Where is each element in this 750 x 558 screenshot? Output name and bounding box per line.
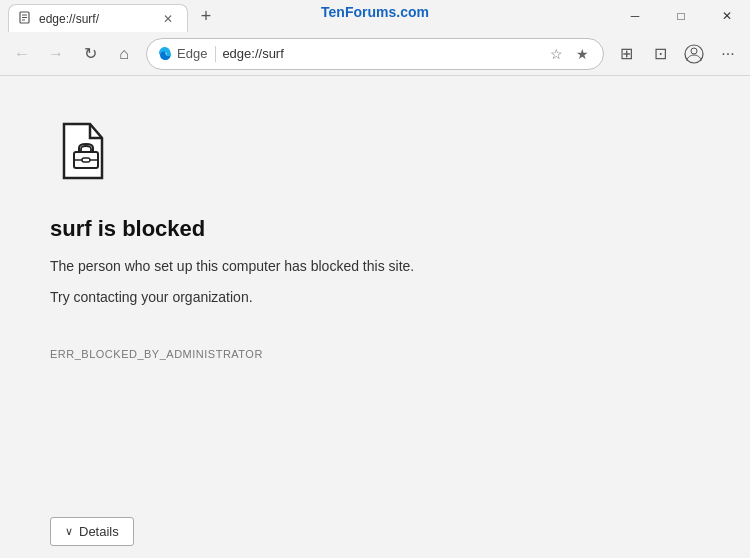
browser-content: surf is blocked The person who set up th… (0, 76, 750, 558)
toolbar: ← → ↻ ⌂ Edge ☆ ★ ⊞ ⊡ (0, 32, 750, 76)
edge-logo-icon (157, 46, 173, 62)
maximize-button[interactable]: □ (658, 0, 704, 32)
block-suggestion: Try contacting your organization. (50, 287, 700, 308)
forward-button[interactable]: → (40, 38, 72, 70)
window-controls: ─ □ ✕ (612, 0, 750, 32)
page-footer: ∨ Details (0, 505, 750, 558)
new-tab-button[interactable]: + (192, 2, 220, 30)
page-content: surf is blocked The person who set up th… (0, 76, 750, 505)
profile-icon (684, 44, 704, 64)
share-icon: ⊡ (654, 44, 667, 63)
address-bar[interactable]: Edge ☆ ★ (146, 38, 604, 70)
svg-rect-9 (82, 158, 90, 162)
tab-title: edge://surf/ (39, 12, 153, 26)
tab-close-button[interactable]: ✕ (159, 10, 177, 28)
block-title: surf is blocked (50, 216, 700, 242)
block-description: The person who set up this computer has … (50, 256, 700, 277)
address-icons: ☆ ★ (545, 43, 593, 65)
block-icon-area (50, 116, 700, 192)
active-tab[interactable]: edge://surf/ ✕ (8, 4, 188, 32)
workspaces-button[interactable]: ⊞ (610, 38, 642, 70)
tab-favicon-icon (19, 11, 33, 27)
titlebar: edge://surf/ ✕ + TenForums.com ─ □ ✕ (0, 0, 750, 32)
menu-button[interactable]: ··· (712, 38, 744, 70)
refresh-button[interactable]: ↻ (74, 38, 106, 70)
refresh-icon: ↻ (84, 44, 97, 63)
svg-point-5 (691, 48, 697, 54)
favorites-icon[interactable]: ☆ (545, 43, 567, 65)
reading-list-icon[interactable]: ★ (571, 43, 593, 65)
details-button[interactable]: ∨ Details (50, 517, 134, 546)
address-input[interactable] (222, 46, 539, 61)
details-label: Details (79, 524, 119, 539)
address-brand: Edge (157, 46, 216, 62)
chevron-down-icon: ∨ (65, 525, 73, 538)
profile-button[interactable] (678, 38, 710, 70)
blocked-document-icon (50, 116, 122, 188)
home-icon: ⌂ (119, 45, 129, 63)
share-button[interactable]: ⊡ (644, 38, 676, 70)
home-button[interactable]: ⌂ (108, 38, 140, 70)
menu-icon: ··· (721, 45, 734, 63)
toolbar-right: ⊞ ⊡ ··· (610, 38, 744, 70)
back-button[interactable]: ← (6, 38, 38, 70)
close-button[interactable]: ✕ (704, 0, 750, 32)
error-code: ERR_BLOCKED_BY_ADMINISTRATOR (50, 348, 700, 360)
forward-icon: → (48, 45, 64, 63)
workspaces-icon: ⊞ (620, 44, 633, 63)
minimize-button[interactable]: ─ (612, 0, 658, 32)
back-icon: ← (14, 45, 30, 63)
brand-name-label: Edge (177, 46, 207, 61)
tab-strip: edge://surf/ ✕ + (0, 2, 612, 32)
